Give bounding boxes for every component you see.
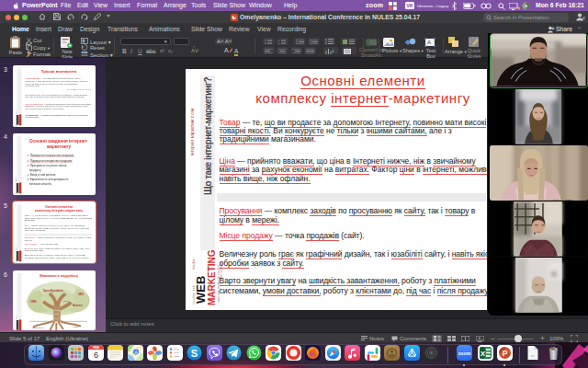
svg-text:A: A (224, 47, 229, 53)
svg-text:Banners: Banners (73, 304, 83, 307)
svg-text:Процеси: Процеси (52, 329, 61, 330)
svg-text:seo plan web: seo plan web (192, 285, 196, 305)
svg-text:FEB: FEB (93, 346, 99, 350)
svg-text:A: A (332, 49, 334, 53)
svg-text:Аналіз: Аналіз (73, 326, 79, 328)
svg-text:S: S (191, 348, 198, 359)
svg-text:SEO: SEO (78, 293, 84, 296)
svg-text:A: A (134, 350, 138, 355)
svg-text:CRM: CRM (30, 300, 37, 304)
svg-text:2: 2 (278, 42, 280, 44)
svg-text:VK: VK (406, 3, 413, 8)
svg-text:Збут: Збут (54, 317, 59, 319)
svg-text:Types B products: Types B products (43, 289, 64, 293)
svg-text:A: A (427, 40, 431, 45)
svg-text:Сайт: Сайт (54, 313, 59, 315)
svg-text:X: X (480, 350, 485, 358)
svg-text:txt: txt (530, 354, 533, 358)
svg-text:P: P (502, 349, 507, 358)
svg-text:WEB: WEB (194, 276, 208, 304)
svg-text:Трафік: Трафік (54, 309, 61, 311)
svg-text:zoom: zoom (458, 351, 470, 356)
svg-text:Дистрибуція: Дистрибуція (32, 327, 44, 328)
svg-text:SMM: SMM (63, 300, 68, 302)
svg-text:media: media (191, 259, 196, 270)
svg-text:6: 6 (93, 351, 97, 360)
